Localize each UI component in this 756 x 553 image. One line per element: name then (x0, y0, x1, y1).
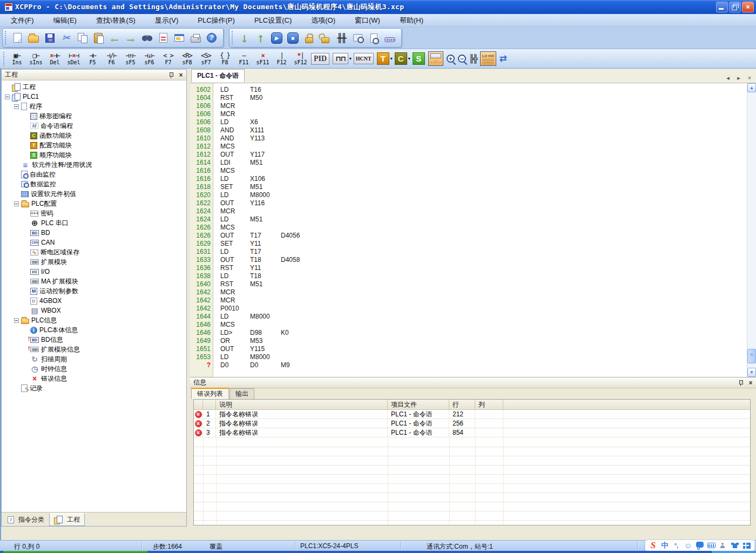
tab-prev-icon[interactable]: ◂ (724, 73, 732, 82)
pulse-button[interactable]: ⊓⊓ ▾ (333, 53, 352, 64)
save-button[interactable] (42, 30, 58, 46)
close-button[interactable]: × (742, 2, 754, 12)
instruction-line[interactable]: 1631 LD T17 (190, 247, 747, 255)
counter-block-button[interactable]: C ▾ (395, 52, 410, 65)
tree-item-plc-serial[interactable]: PLC 串口 (2, 218, 186, 228)
lock-button[interactable] (301, 30, 317, 46)
zoom-in-button[interactable]: + (447, 55, 456, 63)
instruction-line[interactable]: 1651 OUT Y115 (190, 345, 747, 353)
toolbar-grip-icon[interactable] (3, 52, 5, 66)
skin-icon[interactable] (731, 543, 739, 548)
dropdown-arrow-icon[interactable]: ▾ (349, 56, 352, 61)
menu-plc-config[interactable]: PLC设置(C) (248, 14, 298, 27)
tree-item-free-monitor[interactable]: 自由监控 (2, 170, 186, 179)
tree-item-ladder-edit[interactable]: 梯形图编程 (2, 111, 186, 121)
tab-error-list[interactable]: 错误列表 (191, 388, 229, 399)
error-row-3[interactable]: 3 指令名称错误 PLC1 - 命令语 854 (194, 428, 750, 437)
instruction-line[interactable]: 1602 LD T16 (190, 85, 747, 93)
tree-item-wbox[interactable]: WBOX (2, 306, 186, 315)
tree-item-clock-info[interactable]: 时钟信息 (2, 364, 186, 374)
tree-item-device-init[interactable]: 设置软元件初值 (2, 189, 186, 199)
minimize-button[interactable] (716, 2, 728, 12)
tree-item-function-block[interactable]: 函数功能块 (2, 131, 186, 140)
window-layout-button[interactable] (171, 30, 187, 46)
close-panel-icon[interactable]: × (747, 380, 754, 386)
instruction-line[interactable]: 1644 LD M8000 (190, 312, 747, 320)
find-button[interactable] (139, 30, 155, 46)
tree-item-ma-module[interactable]: MA 扩展模块 (2, 276, 186, 286)
menu-find-replace[interactable]: 查找\替换(S) (90, 14, 142, 27)
instruction-line[interactable]: 1629 SET Y11 (190, 239, 747, 247)
tree-expand-icon[interactable] (14, 104, 19, 109)
vline-button[interactable]: | F12 (272, 50, 291, 68)
tree-expand-icon[interactable] (5, 95, 10, 99)
tab-close-icon[interactable]: × (745, 73, 754, 82)
com-port-button[interactable] (382, 30, 398, 46)
delete-vline-button[interactable]: *| sF12 (291, 50, 310, 68)
delete-row-button[interactable]: ⊢×⊣ sDel (64, 50, 83, 68)
instruction-line[interactable]: 1642 MCR (190, 288, 747, 296)
insert-row-button[interactable]: ▢⊢ sIns (26, 50, 45, 68)
instruction-line[interactable]: 1640 RST M51 (190, 280, 747, 288)
instruction-line[interactable]: 1616 LD X106 (190, 174, 747, 183)
pid-button[interactable]: PID (311, 53, 330, 65)
menu-view[interactable]: 显示(V) (148, 14, 185, 27)
tab-project[interactable]: 工程 (49, 513, 85, 526)
tab-next-icon[interactable]: ▸ (734, 73, 743, 82)
contact-rising-button[interactable]: ⊣↑⊢ sF5 (121, 50, 140, 68)
error-row-1[interactable]: 1 指令名称错误 PLC1 - 命令语 212 (194, 410, 750, 419)
menu-file[interactable]: 文件(F) (4, 14, 40, 27)
tree-expand-icon[interactable] (14, 318, 19, 323)
function-block-button[interactable]: { } F8 (215, 50, 234, 68)
contact-no-button[interactable]: ⊣⊢ F5 (83, 50, 102, 68)
column-width-button[interactable] (428, 51, 444, 66)
document-search-button[interactable] (366, 30, 382, 46)
scrollbar-thumb[interactable] (747, 349, 756, 363)
cut-button[interactable] (58, 30, 74, 46)
coil-set-button[interactable]: <S> sF7 (197, 50, 215, 68)
insert-button[interactable]: ▣⊢ Ins (8, 50, 26, 68)
tree-item-4gbox[interactable]: 4GBOX (2, 296, 186, 306)
instruction-line[interactable]: 1649 OR M53 (190, 336, 747, 345)
instruction-line[interactable]: 1646 MCS (190, 320, 747, 328)
close-panel-icon[interactable]: × (178, 72, 184, 78)
header-col[interactable]: 列 (475, 400, 503, 409)
tree-item-error-info[interactable]: 错误信息 (2, 374, 186, 383)
tree-item-instruction-edit[interactable]: 命令语编程 (2, 121, 186, 131)
pin-icon[interactable] (738, 380, 744, 386)
restore-button[interactable] (729, 2, 741, 12)
instruction-line[interactable]: 1626 OUT T17 D4056 (190, 231, 747, 239)
tree-expand-icon[interactable] (14, 201, 19, 206)
tree-item-plc1[interactable]: PLC1 (2, 92, 186, 102)
header-description[interactable]: 说明 (216, 400, 388, 409)
instruction-line[interactable]: 1614 LDI M51 (190, 158, 747, 166)
ladder-monitor-button[interactable] (333, 30, 349, 46)
instruction-line[interactable]: 1616 MCS (190, 166, 747, 174)
instruction-line[interactable]: ? D0 D0 M9 (190, 361, 747, 369)
dropdown-arrow-icon[interactable]: ▾ (408, 56, 410, 61)
hcnt-button[interactable]: HCNT (354, 53, 375, 64)
run-plc-button[interactable] (268, 30, 285, 46)
download-program-button[interactable] (236, 30, 252, 46)
tree-item-plc-config[interactable]: PLC配置 (2, 199, 186, 208)
tree-item-io[interactable]: I/O (2, 267, 186, 276)
print-button[interactable] (187, 30, 204, 46)
keyboard-icon[interactable] (707, 543, 716, 548)
instruction-line[interactable]: 1642 MCR (190, 296, 747, 304)
coil-reset-button[interactable]: <R> sF8 (178, 50, 197, 68)
tree-item-plc-body-info[interactable]: PLC本体信息 (2, 325, 186, 335)
toolbar-grip-icon[interactable] (232, 31, 234, 45)
tree-item-can[interactable]: CAN (2, 238, 186, 247)
menu-window[interactable]: 窗口(W) (348, 14, 387, 27)
upload-program-button[interactable] (252, 30, 268, 46)
instruction-line[interactable]: 1620 LD M8000 (190, 191, 747, 199)
ladder-view-button[interactable]: ╠╬ (469, 54, 478, 64)
chinese-mode-icon[interactable]: 中 (661, 541, 669, 550)
instruction-view-button[interactable]: Ld m0 (480, 51, 497, 66)
back-button[interactable] (106, 30, 123, 46)
contact-falling-button[interactable]: ⊣↓⊢ sF6 (140, 50, 159, 68)
instruction-line[interactable]: 1604 RST M50 (190, 93, 747, 102)
instruction-line[interactable]: 1612 OUT Y117 (190, 150, 747, 158)
tree-item-device-comment[interactable]: 软元件注释/使用状况 (2, 160, 186, 170)
document-tab[interactable]: PLC1 - 命令语 (191, 69, 245, 82)
